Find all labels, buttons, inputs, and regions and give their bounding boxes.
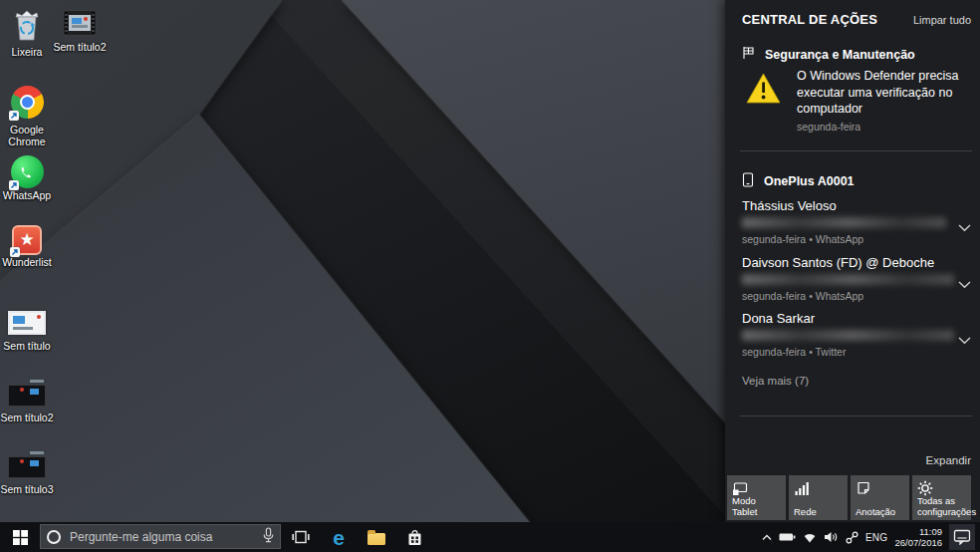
desktop-icon-google-chrome[interactable]: Google Chrome	[0, 86, 59, 147]
notification-meta: segunda-feira • Twitter	[742, 346, 971, 358]
settings-gear-icon	[917, 480, 933, 496]
chevron-down-icon[interactable]	[958, 218, 971, 236]
quick-action-label: Modo Tablet	[732, 496, 783, 517]
notification-defender[interactable]: O Windows Defender precisa executar uma …	[742, 68, 971, 133]
image-file-icon	[8, 311, 46, 335]
file-explorer-button[interactable]	[358, 522, 395, 552]
desktop-icon-media-file[interactable]: Sem título2	[48, 10, 112, 54]
desktop-icon-video-file3[interactable]: Sem título3	[0, 456, 59, 496]
expand-link[interactable]: Expandir	[926, 454, 971, 466]
notification-item[interactable]: Thássius Veloso segunda-feira • WhatsApp	[742, 198, 971, 245]
screen: Lixeira Sem título2 Google Chrome WhatsA…	[0, 0, 980, 552]
blurred-message-preview	[742, 217, 946, 228]
section-title: Segurança e Manutenção	[765, 48, 915, 62]
language-indicator[interactable]: ENG	[865, 532, 888, 543]
quick-action-all-settings[interactable]: Todas as configurações	[912, 475, 971, 520]
chevron-down-icon[interactable]	[958, 275, 971, 293]
task-view-icon	[292, 530, 310, 544]
shortcut-arrow-icon	[9, 111, 19, 121]
notification-text: O Windows Defender precisa executar uma …	[797, 68, 966, 118]
store-button[interactable]	[395, 522, 433, 552]
cortana-search-box[interactable]	[40, 524, 281, 549]
taskbar-app-icons: e	[282, 522, 433, 552]
section-oneplus[interactable]: OnePlus A0001	[742, 172, 971, 190]
star-glyph: ★	[19, 227, 34, 253]
notification-sender: Dona Sarkar	[742, 311, 971, 326]
blurred-message-preview	[742, 330, 954, 341]
file-explorer-icon	[368, 533, 385, 545]
clock[interactable]: 11:09 26/07/2016	[894, 526, 942, 548]
desktop-icon-video-file2[interactable]: Sem título2	[0, 385, 59, 424]
section-security-maintenance[interactable]: Segurança e Manutenção	[742, 46, 971, 63]
network-signal-icon	[794, 480, 810, 496]
media-file-icon	[63, 10, 97, 36]
clock-time: 11:09	[894, 526, 942, 537]
quick-action-note[interactable]: Anotação	[851, 475, 909, 520]
video-file-icon	[8, 385, 46, 407]
action-center-panel: CENTRAL DE AÇÕES Limpar tudo Segurança e…	[725, 0, 980, 522]
warning-triangle-icon	[745, 72, 782, 109]
desktop-icon-whatsapp[interactable]: WhatsApp	[0, 155, 59, 202]
desktop-icon-wunderlist[interactable]: ★ Wunderlist	[0, 225, 59, 269]
desktop-icon-image-file[interactable]: Sem título	[0, 311, 59, 353]
flag-icon	[742, 46, 755, 63]
divider	[740, 415, 972, 416]
chevron-down-icon[interactable]	[958, 331, 971, 349]
wifi-icon[interactable]	[803, 531, 817, 543]
desktop-icon-label: Sem título2	[0, 413, 59, 424]
battery-icon[interactable]	[779, 532, 796, 542]
shortcut-arrow-icon	[9, 180, 19, 190]
notification-meta: segunda-feira • WhatsApp	[742, 233, 971, 245]
action-center-title: CENTRAL DE AÇÕES	[742, 12, 877, 27]
store-icon	[407, 529, 422, 546]
desktop-icon-label: Sem título3	[0, 484, 59, 496]
quick-actions: Modo Tablet Rede Anotação	[727, 475, 971, 520]
start-button[interactable]	[0, 522, 40, 552]
cortana-ring-icon	[47, 530, 61, 544]
desktop-icon-label: Google Chrome	[0, 125, 59, 147]
wunderlist-icon: ★	[12, 225, 42, 255]
search-input[interactable]	[68, 529, 256, 545]
notification-item[interactable]: Daivson Santos (FD) @ Deboche segunda-fe…	[742, 255, 971, 302]
task-view-button[interactable]	[282, 522, 320, 552]
notification-sender: Daivson Santos (FD) @ Deboche	[742, 255, 971, 270]
system-tray: ENG 11:09 26/07/2016	[762, 522, 980, 552]
desktop-icon-label: Wunderlist	[0, 257, 59, 269]
quick-action-label: Rede	[794, 507, 845, 518]
quick-action-tablet-mode[interactable]: Modo Tablet	[727, 475, 786, 520]
edge-browser-button[interactable]: e	[320, 522, 358, 552]
blurred-message-preview	[742, 274, 954, 285]
quick-action-label: Anotação	[856, 507, 906, 518]
recycle-bin-icon	[12, 8, 42, 45]
notification-meta: segunda-feira	[797, 121, 971, 133]
divider	[740, 150, 972, 151]
microphone-icon[interactable]	[263, 527, 274, 547]
link-utility-icon[interactable]	[846, 531, 858, 544]
notification-meta: segunda-feira • WhatsApp	[742, 290, 971, 302]
see-more-link[interactable]: Veja mais (7)	[742, 375, 971, 387]
quick-action-label: Todas as configurações	[917, 496, 968, 517]
shortcut-arrow-icon	[10, 247, 20, 257]
notification-sender: Thássius Veloso	[742, 198, 971, 213]
action-center-button[interactable]	[949, 524, 975, 550]
chrome-icon	[11, 86, 44, 119]
edge-icon: e	[333, 527, 345, 548]
tray-overflow-chevron[interactable]	[762, 534, 772, 541]
whatsapp-icon	[11, 155, 44, 188]
tablet-mode-icon	[732, 480, 748, 496]
clock-date: 26/07/2016	[894, 537, 942, 548]
note-icon	[856, 480, 871, 496]
taskbar: e	[0, 522, 980, 552]
volume-icon[interactable]	[824, 531, 839, 543]
phone-icon	[742, 172, 754, 190]
section-title: OnePlus A0001	[764, 174, 855, 188]
desktop-icon-label: Sem título	[0, 341, 59, 353]
clear-all-button[interactable]: Limpar tudo	[913, 14, 971, 26]
desktop-icon-label: WhatsApp	[0, 190, 59, 202]
windows-logo-icon	[13, 530, 28, 545]
notification-item[interactable]: Dona Sarkar segunda-feira • Twitter	[742, 311, 971, 358]
notification-bubble-icon	[953, 529, 971, 545]
video-file-icon	[8, 456, 46, 478]
quick-action-network[interactable]: Rede	[789, 475, 848, 520]
desktop-icon-label: Sem título2	[48, 42, 112, 54]
